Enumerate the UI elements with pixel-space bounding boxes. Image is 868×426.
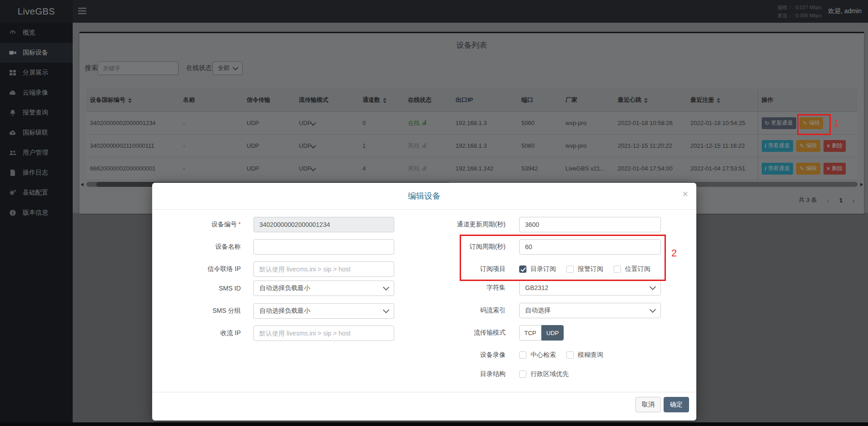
checkbox-icon[interactable]	[566, 351, 574, 359]
device-name-label: 设备名称	[152, 243, 241, 251]
checkbox-icon[interactable]	[519, 351, 526, 359]
stream-index-label: 码流索引	[370, 306, 506, 315]
dir-structure-label: 目录结构	[370, 370, 506, 378]
form-row-sip-host: 信令联络 IP	[152, 261, 394, 277]
tcp-option[interactable]: TCP	[519, 325, 541, 341]
device-record-label: 设备录像	[370, 351, 506, 359]
form-row-stream-index: 码流索引 自动选择	[370, 303, 661, 318]
form-row-charset: 字符集 GB2312	[370, 280, 661, 296]
annotation-number-1: 1	[834, 117, 839, 129]
stream-mode-toggle: TCP UDP	[519, 325, 564, 341]
form-row-channel-refresh: 通道更新周期(秒)	[370, 217, 661, 232]
modal-footer: 取消 确定	[152, 392, 696, 421]
recv-ip-label: 收流 IP	[152, 329, 241, 337]
form-row-sms-id: SMS ID 自动选择负载最小	[152, 281, 394, 296]
charset-label: 字符集	[370, 284, 506, 292]
form-row-sms-group: SMS 分组 自动选择负载最小	[152, 303, 394, 319]
form-row-device-record: 设备录像 中心检索 模糊查询	[370, 347, 614, 363]
confirm-button[interactable]: 确定	[664, 397, 689, 412]
sms-group-label: SMS 分组	[152, 307, 241, 315]
required-asterisk: *	[238, 221, 241, 228]
checkbox-icon[interactable]	[519, 371, 526, 378]
cancel-button[interactable]: 取消	[635, 397, 661, 412]
form-row-device-id: 设备编号*	[152, 217, 394, 232]
chevron-down-icon	[650, 284, 656, 290]
modal-header: 编辑设备 ×	[152, 183, 696, 210]
udp-option[interactable]: UDP	[541, 325, 564, 341]
form-row-recv-ip: 收流 IP	[152, 326, 394, 341]
chevron-down-icon	[650, 306, 656, 313]
stream-mode-label: 流传输模式	[370, 329, 506, 337]
annotation-number-2: 2	[671, 247, 677, 259]
checkbox-fuzzy-query[interactable]: 模糊查询	[566, 351, 603, 359]
form-row-device-name: 设备名称	[152, 239, 394, 255]
channel-refresh-label: 通道更新周期(秒)	[370, 221, 506, 229]
checkbox-admin-region-first[interactable]: 行政区域优先	[519, 370, 569, 378]
annotation-box-2	[460, 235, 666, 281]
stream-index-select[interactable]: 自动选择	[519, 303, 661, 318]
charset-select[interactable]: GB2312	[519, 280, 661, 296]
device-id-label: 设备编号	[212, 221, 237, 228]
close-icon[interactable]: ×	[682, 189, 688, 199]
checkbox-center-search[interactable]: 中心检索	[519, 351, 556, 359]
modal-title: 编辑设备	[152, 183, 696, 209]
page-bottom-strip	[0, 422, 868, 426]
sip-host-label: 信令联络 IP	[152, 265, 241, 273]
form-row-dir-structure: 目录结构 行政区域优先	[370, 366, 579, 382]
channel-refresh-input[interactable]	[519, 217, 661, 232]
form-row-stream-mode: 流传输模式 TCP UDP	[370, 325, 564, 341]
edit-device-modal: 编辑设备 × 设备编号* 设备名称 信令联络 IP SMS ID 自动选择负载最…	[152, 183, 696, 421]
annotation-box-1	[797, 114, 831, 135]
sms-id-label: SMS ID	[152, 285, 241, 292]
